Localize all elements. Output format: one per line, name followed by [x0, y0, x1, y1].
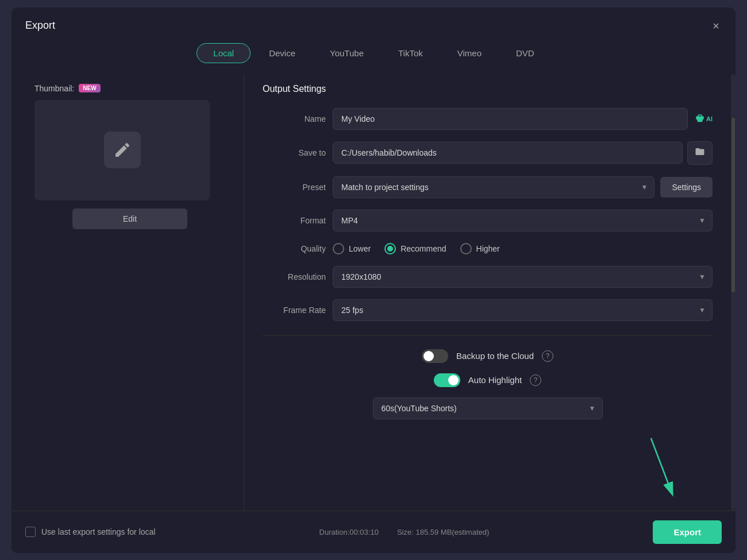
duration-info: Duration:00:03:10: [319, 528, 379, 536]
new-badge: NEW: [79, 84, 100, 92]
dialog-header: Export ×: [11, 7, 736, 34]
tabs-row: Local Device YouTube TikTok Vimeo DVD: [11, 34, 736, 75]
name-input[interactable]: [333, 108, 688, 130]
backup-row: Backup to the Cloud ?: [263, 349, 713, 363]
use-last-settings-checkbox[interactable]: [25, 527, 36, 537]
auto-highlight-help-icon[interactable]: ?: [530, 374, 541, 386]
radio-higher: [460, 243, 472, 254]
quality-lower[interactable]: Lower: [333, 243, 371, 254]
scrollbar[interactable]: [731, 75, 736, 511]
auto-highlight-toggle[interactable]: [434, 373, 460, 387]
auto-highlight-toggle-knob: [448, 375, 459, 385]
ai-icon[interactable]: AI: [695, 114, 713, 124]
right-panel: Output Settings Name AI Save to: [249, 75, 726, 511]
scrollbar-thumb: [731, 118, 735, 292]
save-to-label: Save to: [263, 148, 326, 157]
preset-label: Preset: [263, 183, 326, 192]
svg-line-1: [651, 438, 671, 489]
tab-youtube[interactable]: YouTube: [314, 43, 380, 63]
save-to-row: Save to: [263, 141, 713, 165]
shorts-select[interactable]: 60s(YouTube Shorts): [373, 397, 603, 419]
preset-row: Preset Match to project settings ▼ Setti…: [263, 176, 713, 198]
thumbnail-icon: [104, 132, 141, 168]
section-title: Output Settings: [263, 84, 713, 94]
quality-options: Lower Recommend Higher: [333, 243, 500, 254]
size-info: Size: 185.59 MB(estimated): [397, 528, 489, 536]
backup-toggle[interactable]: [422, 349, 448, 363]
vertical-divider: [244, 75, 244, 511]
resolution-label: Resolution: [263, 272, 326, 281]
thumbnail-label: Thumbnail: NEW: [34, 84, 225, 93]
settings-button[interactable]: Settings: [660, 177, 713, 198]
quality-row: Quality Lower Recommend Higher: [263, 243, 713, 254]
quality-label: Quality: [263, 244, 326, 253]
use-last-settings-label: Use last export settings for local: [41, 527, 155, 536]
shorts-row: 60s(YouTube Shorts) ▼: [263, 397, 713, 419]
section-divider: [263, 335, 713, 335]
thumbnail-box: [34, 100, 210, 200]
quality-lower-label: Lower: [349, 244, 371, 253]
resolution-select[interactable]: 1920x1080: [333, 266, 713, 288]
auto-highlight-label: Auto Highlight: [468, 375, 522, 385]
footer-center: Duration:00:03:10 Size: 185.59 MB(estima…: [319, 528, 490, 536]
backup-label: Backup to the Cloud: [456, 351, 534, 361]
backup-toggle-knob: [423, 351, 434, 361]
tab-vimeo[interactable]: Vimeo: [441, 43, 498, 63]
format-select-wrap: MP4 ▼: [333, 210, 713, 231]
left-panel: Thumbnail: NEW Edit: [21, 75, 239, 511]
close-button[interactable]: ×: [710, 18, 722, 34]
format-row: Format MP4 ▼: [263, 210, 713, 231]
frame-rate-label: Frame Rate: [263, 306, 326, 315]
content-area: Thumbnail: NEW Edit Output Settings Name: [11, 75, 736, 511]
edit-button[interactable]: Edit: [72, 208, 187, 229]
folder-button[interactable]: [687, 141, 713, 165]
resolution-row: Resolution 1920x1080 ▼: [263, 266, 713, 288]
backup-help-icon[interactable]: ?: [542, 350, 553, 362]
tab-dvd[interactable]: DVD: [500, 43, 550, 63]
radio-recommend: [384, 243, 396, 254]
save-to-input[interactable]: [333, 142, 683, 164]
preset-select[interactable]: Match to project settings: [333, 176, 654, 198]
frame-rate-select-wrap: 25 fps ▼: [333, 299, 713, 321]
dialog-title: Export: [25, 20, 55, 32]
format-select[interactable]: MP4: [333, 210, 713, 231]
export-dialog: Export × Local Device YouTube TikTok Vim…: [11, 7, 736, 553]
arrow-container: [263, 431, 713, 477]
radio-lower: [333, 243, 344, 254]
save-to-input-row: [333, 141, 713, 165]
footer-left: Use last export settings for local: [25, 527, 155, 537]
tab-local[interactable]: Local: [197, 43, 251, 63]
teal-arrow-icon: [644, 431, 678, 500]
shorts-select-wrap: 60s(YouTube Shorts) ▼: [373, 397, 603, 419]
ai-label: AI: [706, 115, 713, 122]
preset-input-row: Match to project settings ▼ Settings: [333, 176, 713, 198]
frame-rate-row: Frame Rate 25 fps ▼: [263, 299, 713, 321]
export-button[interactable]: Export: [653, 520, 722, 544]
footer: Use last export settings for local Durat…: [11, 511, 736, 553]
quality-recommend-label: Recommend: [401, 244, 446, 253]
tab-device[interactable]: Device: [253, 43, 311, 63]
resolution-select-wrap: 1920x1080 ▼: [333, 266, 713, 288]
quality-higher-label: Higher: [476, 244, 500, 253]
frame-rate-select[interactable]: 25 fps: [333, 299, 713, 321]
tab-tiktok[interactable]: TikTok: [382, 43, 439, 63]
name-row: Name AI: [263, 108, 713, 130]
auto-highlight-row: Auto Highlight ?: [263, 373, 713, 387]
quality-higher[interactable]: Higher: [460, 243, 500, 254]
preset-select-wrap: Match to project settings ▼: [333, 176, 654, 198]
format-label: Format: [263, 216, 326, 225]
quality-recommend[interactable]: Recommend: [384, 243, 446, 254]
name-label: Name: [263, 114, 326, 123]
radio-recommend-inner: [387, 246, 393, 252]
